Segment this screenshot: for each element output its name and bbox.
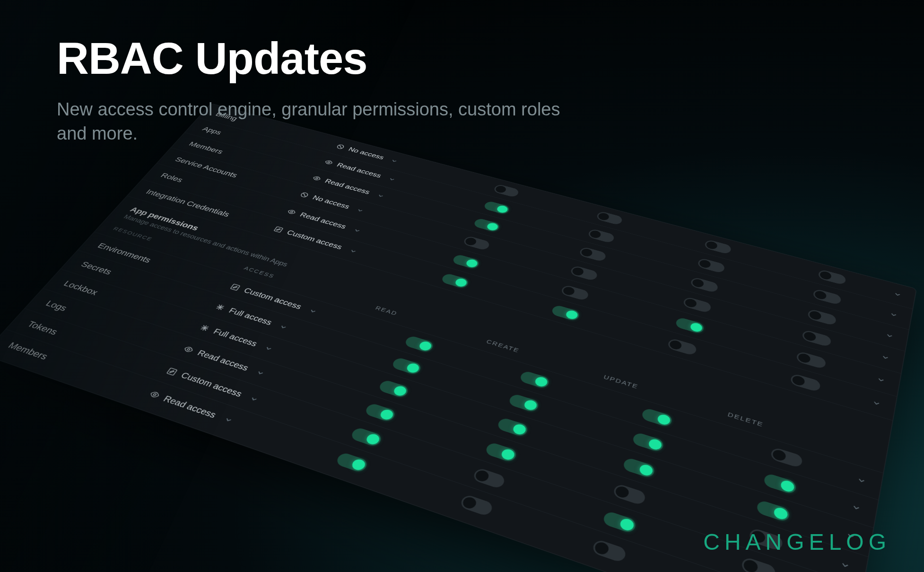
toggle-delete[interactable] [802, 329, 832, 347]
chevron-down-icon [876, 375, 886, 384]
toggle-read[interactable] [349, 426, 384, 447]
chevron-down-icon [222, 415, 235, 424]
chevron-down-icon [263, 344, 275, 352]
expand-row-chevron[interactable] [893, 290, 902, 298]
toggle-delete[interactable] [818, 269, 846, 285]
toggle-create[interactable] [595, 211, 623, 225]
chevron-down-icon [390, 158, 400, 164]
expand-row-chevron[interactable] [876, 375, 886, 384]
svg-point-17 [187, 348, 191, 350]
toggle-create[interactable] [496, 416, 529, 437]
chevron-down-icon [307, 307, 319, 315]
toggle-delete[interactable] [796, 351, 827, 369]
expand-row-chevron[interactable] [889, 310, 898, 318]
toggle-update[interactable] [689, 276, 719, 293]
toggle-update[interactable] [602, 510, 637, 534]
toggle-read[interactable] [335, 451, 369, 473]
toggle-update[interactable] [675, 317, 705, 334]
toggle-update[interactable] [631, 431, 665, 452]
chevron-down-icon [893, 290, 902, 298]
page-title: RBAC Updates [57, 33, 577, 84]
column-header-update: UPDATE [602, 373, 639, 390]
toggle-read[interactable] [462, 235, 491, 250]
toggle-create[interactable] [484, 441, 518, 462]
toggle-read[interactable] [473, 217, 501, 232]
toggle-update[interactable] [622, 457, 656, 478]
toggle-update[interactable] [682, 296, 712, 313]
expand-row-chevron[interactable] [839, 559, 851, 571]
changelog-badge: CHANGELOG [703, 529, 891, 555]
access-label: No access [347, 146, 386, 160]
toggle-create[interactable] [587, 228, 616, 243]
chevron-down-icon [248, 394, 260, 404]
chevron-down-icon [880, 353, 891, 361]
access-label: No access [311, 194, 351, 210]
chevron-down-icon [307, 307, 319, 315]
toggle-create[interactable] [519, 370, 551, 389]
toggle-update[interactable] [697, 257, 726, 273]
expand-row-chevron[interactable] [885, 331, 895, 340]
toggle-delete[interactable] [790, 373, 821, 392]
svg-point-6 [290, 211, 293, 212]
toggle-create[interactable] [459, 493, 494, 517]
svg-line-12 [217, 304, 224, 309]
chevron-down-icon [885, 331, 895, 340]
toggle-delete[interactable] [741, 556, 777, 572]
toggle-read[interactable] [403, 334, 435, 352]
chevron-down-icon [889, 310, 898, 318]
toggle-create[interactable] [569, 265, 599, 281]
toggle-create[interactable] [560, 284, 590, 300]
expand-row-chevron[interactable] [856, 475, 867, 485]
expand-row-chevron[interactable] [871, 398, 881, 408]
toggle-read[interactable] [483, 200, 511, 214]
access-label: Full access [227, 306, 274, 326]
chevron-down-icon [390, 158, 400, 164]
toggle-update[interactable] [612, 483, 647, 505]
chevron-down-icon [348, 247, 358, 254]
expand-row-chevron[interactable] [851, 502, 862, 513]
toggle-read[interactable] [377, 379, 410, 398]
toggle-create[interactable] [508, 393, 540, 413]
chevron-down-icon [387, 176, 397, 182]
page-subtitle: New access control engine, granular perm… [57, 97, 577, 146]
toggle-create[interactable] [578, 246, 607, 262]
permissions-panel: BillingNo accessAppsRead accessMembersRe… [0, 103, 916, 572]
chevron-down-icon [348, 247, 358, 254]
chevron-down-icon [222, 415, 235, 424]
toggle-update[interactable] [704, 239, 732, 254]
column-header-create: CREATE [485, 338, 521, 353]
chevron-down-icon [375, 192, 385, 199]
toggle-update[interactable] [641, 407, 673, 427]
toggle-create[interactable] [472, 467, 506, 489]
svg-line-16 [201, 325, 209, 330]
toggle-delete[interactable] [763, 472, 797, 494]
svg-point-3 [315, 177, 318, 179]
access-label: Full access [211, 327, 259, 348]
chevron-down-icon [254, 368, 266, 377]
expand-row-chevron[interactable] [880, 353, 891, 361]
toggle-read[interactable] [493, 184, 520, 197]
toggle-delete[interactable] [807, 308, 837, 326]
toggle-create[interactable] [550, 304, 581, 321]
toggle-delete[interactable] [770, 446, 803, 467]
toggle-read[interactable] [452, 254, 481, 269]
svg-point-2 [328, 161, 331, 163]
toggle-read[interactable] [364, 402, 397, 422]
toggle-delete[interactable] [812, 288, 842, 305]
chevron-down-icon [839, 559, 851, 571]
hero: RBAC Updates New access control engine, … [57, 33, 577, 146]
chevron-down-icon [278, 323, 289, 331]
toggle-read[interactable] [391, 356, 423, 375]
toggle-read[interactable] [440, 273, 470, 289]
chevron-down-icon [856, 475, 867, 485]
toggle-update[interactable] [591, 538, 628, 563]
chevron-down-icon [263, 344, 275, 352]
chevron-down-icon [278, 323, 289, 331]
toggle-delete[interactable] [756, 499, 791, 522]
column-header-delete: DELETE [727, 411, 764, 428]
chevron-down-icon [871, 398, 881, 408]
toggle-update[interactable] [667, 337, 698, 355]
chevron-down-icon [248, 394, 260, 404]
chevron-down-icon [851, 502, 862, 513]
column-header-read: READ [375, 304, 399, 316]
